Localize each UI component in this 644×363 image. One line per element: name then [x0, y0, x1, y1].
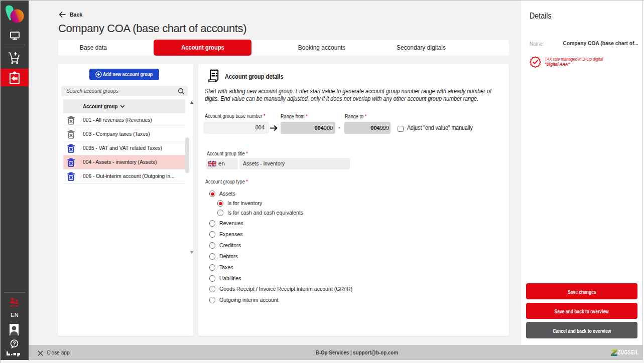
svg-text:?: ?	[13, 340, 16, 346]
